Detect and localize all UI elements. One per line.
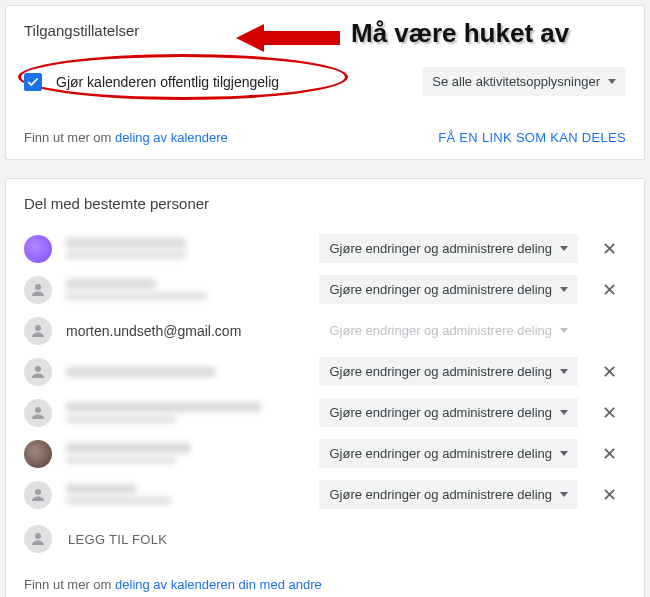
remove-person-button[interactable]: ✕ xyxy=(592,402,626,424)
redacted-name xyxy=(66,279,156,289)
avatar xyxy=(24,440,52,468)
redacted-name xyxy=(66,238,186,248)
chevron-down-icon xyxy=(560,492,568,497)
avatar xyxy=(24,481,52,509)
section-title: Del med bestemte personer xyxy=(24,195,626,212)
redacted-email xyxy=(66,456,176,464)
visibility-dropdown-label: Se alle aktivitetsopplysninger xyxy=(432,74,600,89)
permission-dropdown[interactable]: Gjøre endringer og administrere deling xyxy=(319,234,578,263)
redacted-name xyxy=(66,367,216,377)
redacted-name xyxy=(66,402,261,412)
person-info: morten.undseth@gmail.com xyxy=(66,323,305,339)
share-help-link[interactable]: deling av kalenderen din med andre xyxy=(115,577,322,592)
add-people-row[interactable]: LEGG TIL FOLK xyxy=(24,515,626,571)
remove-person-button[interactable]: ✕ xyxy=(592,279,626,301)
remove-person-button[interactable]: ✕ xyxy=(592,361,626,383)
redacted-name xyxy=(66,484,136,494)
chevron-down-icon xyxy=(560,369,568,374)
add-people-label: LEGG TIL FOLK xyxy=(68,532,167,547)
person-row: Gjøre endringer og administrere deling ✕ xyxy=(24,269,626,310)
redacted-name xyxy=(66,443,191,453)
remove-person-button[interactable]: ✕ xyxy=(592,484,626,506)
person-row: morten.undseth@gmail.com Gjøre endringer… xyxy=(24,310,626,351)
avatar xyxy=(24,317,52,345)
help-link[interactable]: deling av kalendere xyxy=(115,130,228,145)
chevron-down-icon xyxy=(560,451,568,456)
avatar xyxy=(24,399,52,427)
chevron-down-icon xyxy=(560,246,568,251)
public-checkbox-label: Gjør kalenderen offentlig tilgjengelig xyxy=(56,74,279,90)
help-text: Finn ut mer om deling av kalendere xyxy=(24,130,228,145)
svg-point-1 xyxy=(35,325,41,331)
remove-person-button[interactable]: ✕ xyxy=(592,238,626,260)
visibility-dropdown[interactable]: Se alle aktivitetsopplysninger xyxy=(422,67,626,96)
permission-dropdown[interactable]: Gjøre endringer og administrere deling xyxy=(319,275,578,304)
permission-dropdown[interactable]: Gjøre endringer og administrere deling xyxy=(319,357,578,386)
person-info xyxy=(66,276,305,303)
svg-point-3 xyxy=(35,407,41,413)
chevron-down-icon xyxy=(560,287,568,292)
chevron-down-icon xyxy=(560,328,568,333)
avatar xyxy=(24,276,52,304)
permission-dropdown[interactable]: Gjøre endringer og administrere deling xyxy=(319,398,578,427)
svg-point-0 xyxy=(35,284,41,290)
public-checkbox[interactable] xyxy=(24,73,42,91)
person-info xyxy=(66,399,305,426)
person-email: morten.undseth@gmail.com xyxy=(66,323,241,339)
help-row: Finn ut mer om deling av kalendere FÅ EN… xyxy=(24,130,626,145)
chevron-down-icon xyxy=(608,79,616,84)
access-permissions-card: Tilgangstillatelser Må være huket av Gjø… xyxy=(5,5,645,160)
avatar xyxy=(24,235,52,263)
share-help-text: Finn ut mer om deling av kalenderen din … xyxy=(24,571,626,592)
person-row: Gjøre endringer og administrere deling ✕ xyxy=(24,433,626,474)
person-info xyxy=(66,364,305,380)
remove-person-button[interactable]: ✕ xyxy=(592,443,626,465)
redacted-email xyxy=(66,251,186,259)
avatar xyxy=(24,525,52,553)
permission-dropdown[interactable]: Gjøre endringer og administrere deling xyxy=(319,439,578,468)
share-card: Del med bestemte personer Gjøre endringe… xyxy=(5,178,645,597)
person-row: Gjøre endringer og administrere deling ✕ xyxy=(24,474,626,515)
person-info xyxy=(66,481,305,508)
redacted-email xyxy=(66,497,171,505)
person-info xyxy=(66,440,305,467)
chevron-down-icon xyxy=(560,410,568,415)
get-shareable-link-button[interactable]: FÅ EN LINK SOM KAN DELES xyxy=(438,130,626,145)
redacted-email xyxy=(66,415,176,423)
redacted-email xyxy=(66,292,206,300)
svg-point-5 xyxy=(35,533,41,539)
permission-dropdown[interactable]: Gjøre endringer og administrere deling xyxy=(319,480,578,509)
svg-point-4 xyxy=(35,489,41,495)
section-title: Tilgangstillatelser xyxy=(24,22,626,39)
person-info xyxy=(66,235,305,262)
permission-dropdown-disabled: Gjøre endringer og administrere deling xyxy=(319,316,578,345)
avatar xyxy=(24,358,52,386)
person-row: Gjøre endringer og administrere deling ✕ xyxy=(24,392,626,433)
person-row: Gjøre endringer og administrere deling ✕ xyxy=(24,228,626,269)
svg-point-2 xyxy=(35,366,41,372)
person-row: Gjøre endringer og administrere deling ✕ xyxy=(24,351,626,392)
public-row: Gjør kalenderen offentlig tilgjengelig S… xyxy=(24,67,626,96)
